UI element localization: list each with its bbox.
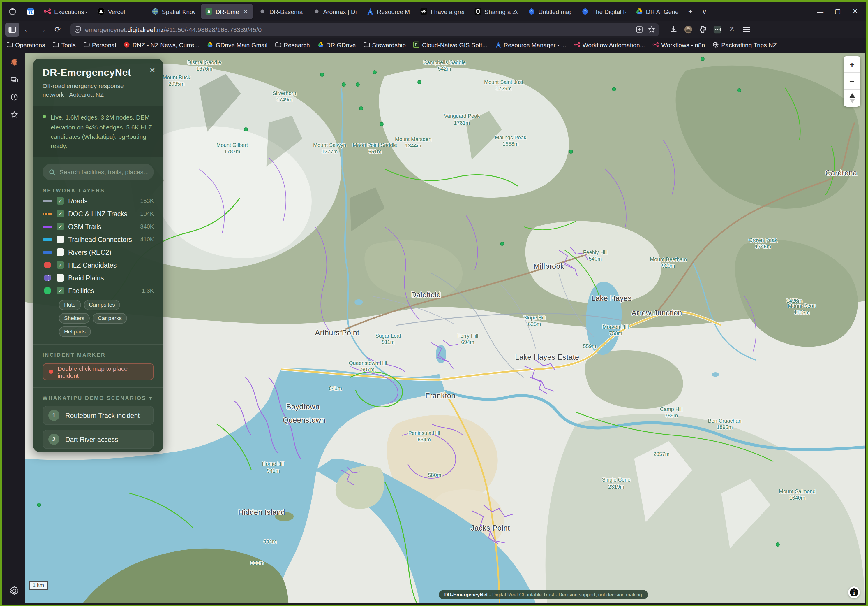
bookmark-item[interactable]: Packrafting Trips NZ: [713, 41, 777, 48]
layer-checkbox[interactable]: ✓: [56, 261, 64, 269]
facility-marker[interactable]: [341, 82, 346, 86]
facility-marker[interactable]: [320, 73, 324, 77]
sidebar-history-button[interactable]: [3, 88, 25, 106]
sidebar-bookmarks-button[interactable]: [3, 106, 25, 123]
facility-chip[interactable]: Campsites: [84, 300, 120, 311]
tab[interactable]: 31: [23, 4, 38, 19]
layer-row[interactable]: Braid Plains: [33, 272, 163, 284]
account-avatar[interactable]: [683, 24, 693, 35]
tab[interactable]: Vercel: [93, 4, 146, 19]
layer-row[interactable]: ✓OSM Trails340K: [33, 221, 163, 232]
bookmark-folder[interactable]: Research: [275, 41, 310, 48]
layer-checkbox[interactable]: [56, 274, 64, 282]
bookmark-folder[interactable]: Personal: [83, 41, 116, 48]
layer-row[interactable]: ✓HLZ Candidates: [33, 260, 163, 271]
menu-hamburger-icon[interactable]: [741, 24, 752, 35]
shield-permissions-icon[interactable]: [74, 26, 82, 33]
tab[interactable]: The Digital Reef (: [578, 4, 630, 19]
facility-marker[interactable]: [737, 88, 741, 92]
tab[interactable]: Executions - n8n: [40, 4, 92, 19]
facility-marker[interactable]: [359, 107, 363, 111]
facility-chip[interactable]: Helipads: [59, 327, 91, 337]
layer-checkbox[interactable]: ✓: [56, 210, 64, 218]
maximize-button[interactable]: ▢: [829, 4, 846, 19]
facility-marker[interactable]: [612, 87, 616, 91]
password-manager-icon[interactable]: [712, 24, 722, 35]
attribution-info-button[interactable]: i: [848, 586, 860, 598]
bookmark-folder[interactable]: Operations: [6, 41, 45, 48]
facility-marker[interactable]: [500, 242, 504, 246]
tab[interactable]: DR-Basemap - Digital: [255, 4, 307, 19]
tab[interactable]: Aronnax | Digital Reef: [308, 4, 361, 19]
tab[interactable]: Sharing a Zotero: [470, 4, 522, 19]
reload-button[interactable]: ⟳: [51, 22, 65, 36]
facility-marker[interactable]: [373, 70, 377, 74]
bookmark-folder[interactable]: Stewardship: [363, 41, 406, 48]
tab-close-icon[interactable]: ✕: [242, 8, 249, 15]
scenario-button[interactable]: 2Dart River access: [42, 430, 154, 449]
bookmark-item[interactable]: Workflow Automation...: [574, 41, 645, 48]
tab[interactable]: DR AI Generated: [631, 4, 684, 19]
layer-checkbox[interactable]: ✓: [56, 287, 64, 295]
tab[interactable]: Resource Manag: [362, 4, 414, 19]
tab[interactable]: I have a great ma: [416, 4, 468, 19]
forward-button[interactable]: →: [36, 22, 50, 36]
facility-marker[interactable]: [380, 122, 384, 126]
layer-checkbox[interactable]: ✓: [56, 197, 64, 205]
sidebar-synced-tabs-button[interactable]: [3, 70, 25, 88]
collapse-icon[interactable]: ▼: [148, 396, 154, 401]
zoom-out-button[interactable]: −: [843, 73, 860, 90]
panel-close-icon[interactable]: ✕: [149, 66, 155, 75]
new-tab-button[interactable]: +: [684, 5, 698, 19]
settings-gear-icon[interactable]: [3, 582, 25, 599]
back-button[interactable]: ←: [20, 22, 34, 36]
close-window-button[interactable]: ✕: [846, 4, 864, 19]
sidebar-toggle-button[interactable]: [5, 22, 19, 36]
facility-marker[interactable]: [244, 127, 248, 132]
layer-row[interactable]: Rivers (REC2): [33, 247, 163, 258]
facility-marker[interactable]: [37, 503, 41, 507]
save-page-icon[interactable]: [636, 26, 643, 33]
facility-marker[interactable]: [355, 82, 360, 86]
facility-marker[interactable]: [569, 149, 573, 154]
bookmark-item[interactable]: DR GDrive: [318, 41, 356, 48]
layer-checkbox[interactable]: [56, 249, 64, 256]
bookmark-item[interactable]: FCloud-Native GIS Soft...: [413, 41, 487, 48]
search-box[interactable]: [42, 164, 154, 180]
bookmark-star-icon[interactable]: [648, 26, 656, 33]
map-canvas[interactable]: CardronaMillbrookLake HayesArrow Junctio…: [25, 53, 865, 603]
url-bar[interactable]: emergencynet.digitalreef.nz/#11.50/-44.9…: [70, 23, 659, 36]
facility-chip[interactable]: Huts: [59, 300, 81, 311]
search-input[interactable]: [59, 169, 148, 176]
demo-scenarios-header[interactable]: WHAKATIPU DEMO SCENARIOS▼: [33, 396, 163, 401]
scenario-button[interactable]: 1Routeburn Track incident: [42, 406, 154, 425]
zoom-in-button[interactable]: +: [843, 56, 860, 73]
bookmark-item[interactable]: Workflows - n8n: [653, 41, 705, 48]
layer-checkbox[interactable]: [56, 236, 64, 243]
list-all-tabs-button[interactable]: ∨: [698, 5, 711, 19]
firefox-view-icon[interactable]: [5, 5, 19, 19]
downloads-icon[interactable]: [668, 24, 679, 35]
bookmark-item[interactable]: GDrive Main Gmail: [207, 41, 267, 48]
tab[interactable]: Untitled map: [524, 4, 576, 19]
layer-row[interactable]: ✓DOC & LINZ Tracks104K: [33, 208, 163, 219]
sidebar-claude-ai-button[interactable]: [3, 53, 25, 70]
facility-marker[interactable]: [417, 80, 422, 84]
place-incident-button[interactable]: Double-click map to place incident: [42, 364, 154, 381]
layer-checkbox[interactable]: ✓: [56, 223, 64, 231]
facility-marker[interactable]: [701, 57, 705, 61]
tab[interactable]: Spatial Knowledg: [147, 4, 199, 19]
facility-chip[interactable]: Shelters: [59, 313, 90, 324]
extensions-puzzle-icon[interactable]: [698, 24, 708, 35]
bookmark-item[interactable]: Resource Manager - ...: [495, 41, 566, 48]
facility-marker[interactable]: [775, 542, 780, 546]
layer-row[interactable]: Trailhead Connectors410K: [33, 234, 163, 245]
facility-chip[interactable]: Car parks: [93, 313, 127, 324]
layer-row[interactable]: ✓Facilities1.3K: [33, 285, 163, 297]
layer-row[interactable]: ✓Roads153K: [33, 196, 163, 207]
bookmark-folder[interactable]: Tools: [53, 41, 76, 48]
compass-button[interactable]: [843, 90, 860, 107]
bookmark-item[interactable]: RNZ - NZ News, Curre...: [124, 41, 200, 48]
tab-active[interactable]: ADR-Emergency✕: [201, 4, 253, 19]
zotero-icon[interactable]: Z: [727, 24, 737, 35]
